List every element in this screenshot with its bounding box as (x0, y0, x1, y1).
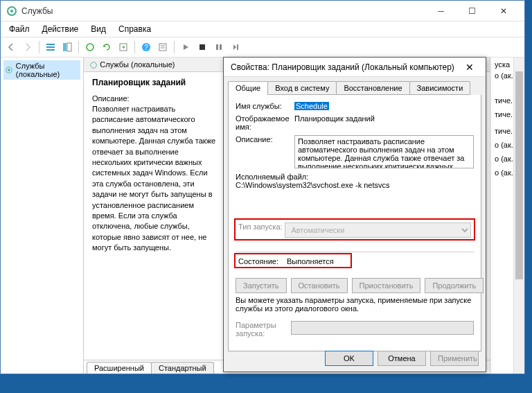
tab-recovery[interactable]: Восстановление (336, 81, 409, 95)
state-value: Выполняется (287, 257, 334, 265)
help-button[interactable]: ? (139, 40, 154, 55)
toolbar: ? (1, 37, 524, 58)
description-box[interactable]: Позволяет настраивать расписание автомат… (294, 135, 474, 168)
refresh-group-button[interactable] (82, 40, 98, 55)
refresh-button[interactable] (99, 40, 114, 55)
svg-rect-6 (67, 43, 71, 51)
svg-rect-3 (46, 46, 55, 48)
state-label: Состояние: (238, 257, 287, 265)
params-note: Вы можете указать параметры запуска, при… (236, 296, 474, 313)
close-button[interactable]: ✕ (488, 1, 519, 21)
tab-logon[interactable]: Вход в систему (267, 81, 337, 95)
description-text: Позволяет настраивать расписание автомат… (92, 104, 217, 253)
maximize-button[interactable]: ☐ (456, 1, 488, 21)
dialog-close-button[interactable]: ✕ (461, 58, 479, 76)
pause-service-button[interactable] (211, 40, 227, 55)
display-name-value: Планировщик заданий (294, 114, 474, 123)
stop-button[interactable]: Остановить (291, 278, 348, 293)
minimize-button[interactable]: ─ (425, 1, 456, 21)
services-icon (6, 6, 17, 17)
cancel-button[interactable]: Отмена (378, 351, 426, 366)
start-service-button[interactable] (178, 40, 193, 55)
menu-help[interactable]: Справка (113, 23, 157, 35)
highlight-service-state: Состояние: Выполняется (234, 253, 352, 268)
forward-button[interactable] (20, 40, 35, 55)
svg-rect-14 (200, 44, 205, 50)
tab-standard[interactable]: Стандартный (151, 362, 214, 374)
export-button[interactable] (116, 40, 131, 55)
vertical-scrollbar[interactable] (513, 58, 524, 374)
window-title: Службы (21, 6, 425, 16)
scrollbar-thumb[interactable] (515, 71, 523, 279)
tab-dependencies[interactable]: Зависимости (409, 81, 471, 95)
params-input[interactable] (291, 321, 474, 335)
svg-point-7 (87, 44, 94, 51)
display-name-label: Отображаемое имя: (236, 114, 294, 131)
titlebar[interactable]: Службы ─ ☐ ✕ (1, 1, 524, 21)
gear-icon (5, 65, 13, 75)
dialog-tabs: Общие Вход в систему Восстановление Зави… (224, 77, 486, 95)
tree-services-local[interactable]: Службы (локальные) (3, 60, 80, 80)
menu-view[interactable]: Вид (85, 23, 112, 35)
svg-rect-11 (159, 44, 166, 51)
exe-path: C:\Windows\system32\svchost.exe -k netsv… (236, 181, 474, 189)
service-name-value: Schedule (294, 102, 329, 110)
startup-type-select[interactable]: Автоматически (285, 222, 471, 238)
svg-rect-5 (63, 43, 66, 51)
startup-type-label: Тип запуска: (238, 222, 285, 231)
menubar: Файл Действие Вид Справка (1, 21, 524, 37)
start-button[interactable]: Запустить (236, 278, 287, 293)
panel-header-text: Службы (локальные) (100, 60, 175, 69)
svg-text:?: ? (144, 44, 148, 51)
resume-button[interactable]: Продолжить (425, 278, 484, 293)
restart-service-button[interactable] (228, 40, 243, 55)
view-detail-button[interactable] (60, 40, 75, 55)
properties-dialog: Свойства: Планировщик заданий (Локальный… (223, 57, 486, 372)
view-list-button[interactable] (43, 40, 58, 55)
svg-rect-17 (237, 44, 238, 50)
back-button[interactable] (3, 40, 19, 55)
ok-button[interactable]: OK (325, 351, 373, 366)
dialog-title: Свойства: Планировщик заданий (Локальный… (231, 62, 461, 72)
dialog-titlebar[interactable]: Свойства: Планировщик заданий (Локальный… (224, 58, 486, 77)
tree-panel: Службы (локальные) (1, 58, 84, 374)
dialog-footer: OK Отмена Применить (325, 351, 479, 366)
tree-label: Службы (локальные) (16, 62, 79, 78)
service-name-label: Имя службы: (236, 102, 294, 110)
menu-action[interactable]: Действие (37, 23, 85, 35)
tab-general[interactable]: Общие (228, 81, 268, 95)
pause-button[interactable]: Приостановить (352, 278, 421, 293)
params-label: Параметры запуска: (236, 321, 291, 338)
svg-rect-15 (216, 44, 218, 50)
description-label: Описание: (236, 135, 294, 143)
stop-service-button[interactable] (195, 40, 210, 55)
svg-point-20 (91, 62, 97, 69)
svg-rect-16 (220, 44, 222, 50)
svg-rect-4 (46, 49, 55, 51)
svg-point-19 (8, 69, 10, 71)
exe-label: Исполняемый файл: (236, 173, 474, 181)
apply-button[interactable]: Применить (430, 351, 479, 366)
tab-extended[interactable]: Расширенный (87, 362, 152, 374)
properties-button[interactable] (155, 40, 170, 55)
svg-rect-2 (46, 44, 55, 45)
svg-point-1 (10, 10, 13, 12)
menu-file[interactable]: Файл (3, 23, 35, 35)
gear-icon (89, 61, 98, 69)
dialog-content: Имя службы: Schedule Отображаемое имя: П… (228, 95, 481, 351)
highlight-startup-type: Тип запуска: Автоматически (234, 218, 475, 241)
